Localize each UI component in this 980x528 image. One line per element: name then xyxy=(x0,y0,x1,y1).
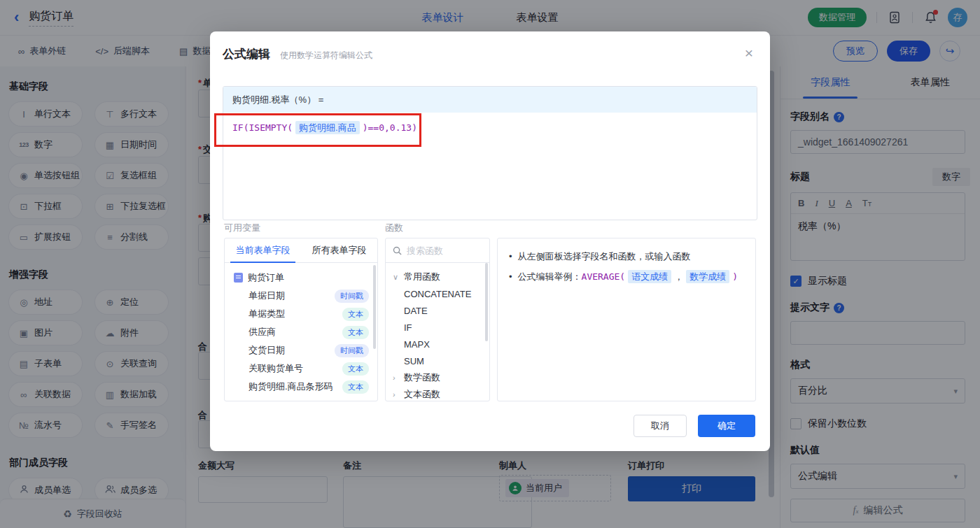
formula-suffix: )==0,0.13) xyxy=(363,122,417,133)
example-function: AVERAGE( xyxy=(582,271,626,282)
variable-item[interactable]: 交货日期时间戳 xyxy=(225,341,377,359)
function-group-text[interactable]: › 文本函数 xyxy=(386,386,489,401)
tab-all-form-fields[interactable]: 所有表单字段 xyxy=(301,238,377,262)
help-line-1: •从左侧面板选择字段名和函数，或输入函数 xyxy=(509,250,744,264)
chevron-open-icon: ∨ xyxy=(393,273,400,282)
function-item[interactable]: SUM xyxy=(386,352,489,369)
confirm-button[interactable]: 确定 xyxy=(698,415,755,437)
search-icon xyxy=(393,246,402,255)
variables-label: 可用变量 xyxy=(224,222,260,234)
variable-item[interactable]: 单据日期时间戳 xyxy=(225,287,377,305)
type-tag-text: 文本 xyxy=(342,362,369,376)
form-doc-icon xyxy=(234,273,243,283)
function-item[interactable]: MAPX xyxy=(386,336,489,352)
variable-item[interactable]: 购货明细.商品条形码文本 xyxy=(225,378,377,396)
example-token: 数学成绩 xyxy=(686,270,729,283)
formula-input[interactable]: IF(ISEMPTY(购货明细.商品)==0,0.13) xyxy=(223,113,757,143)
variable-item[interactable]: 供应商文本 xyxy=(225,323,377,341)
variable-item[interactable]: 单据类型文本 xyxy=(225,305,377,323)
function-group-math[interactable]: › 数学函数 xyxy=(386,369,489,386)
type-tag-text: 文本 xyxy=(342,380,369,394)
type-tag-timestamp: 时间戳 xyxy=(335,344,369,357)
type-tag-timestamp: 时间戳 xyxy=(335,290,369,303)
tab-current-form-fields[interactable]: 当前表单字段 xyxy=(225,238,301,262)
function-group-common[interactable]: ∨ 常用函数 xyxy=(386,269,489,285)
function-search[interactable] xyxy=(386,238,489,263)
modal-subtitle: 使用数学运算符编辑公式 xyxy=(280,50,372,62)
formula-prefix: IF(ISEMPTY( xyxy=(232,122,293,133)
formula-editor: 购货明细.税率（%） = IF(ISEMPTY(购货明细.商品)==0,0.13… xyxy=(223,86,757,220)
variable-item[interactable]: 关联购货单号文本 xyxy=(225,359,377,378)
help-panel: •从左侧面板选择字段名和函数，或输入函数 • 公式编辑举例：AVERAGE(语文… xyxy=(497,238,756,401)
function-search-input[interactable] xyxy=(407,245,477,256)
type-tag-text: 文本 xyxy=(342,308,369,321)
modal-title: 公式编辑 xyxy=(223,46,270,62)
scrollbar-thumb[interactable] xyxy=(373,265,376,349)
help-line-2: • 公式编辑举例：AVERAGE(语文成绩，数学成绩) xyxy=(509,270,744,284)
chevron-right-icon: › xyxy=(393,373,400,382)
chevron-right-icon: › xyxy=(393,390,400,399)
formula-editor-modal: 公式编辑 使用数学运算符编辑公式 × 购货明细.税率（%） = IF(ISEMP… xyxy=(210,31,770,451)
function-item[interactable]: IF xyxy=(386,319,489,336)
functions-label: 函数 xyxy=(385,222,403,234)
formula-target: 购货明细.税率（%） = xyxy=(223,87,757,113)
field-token[interactable]: 购货明细.商品 xyxy=(295,121,360,134)
function-item[interactable]: CONCATENATE xyxy=(386,285,489,302)
variable-root-form[interactable]: 购货订单 xyxy=(225,268,377,287)
function-item[interactable]: DATE xyxy=(386,302,489,319)
variables-panel: 当前表单字段 所有表单字段 购货订单 单据日期时间戳 单据类型文本 供应商文本 … xyxy=(224,238,378,401)
example-token: 语文成绩 xyxy=(628,270,671,283)
cancel-button[interactable]: 取消 xyxy=(634,415,687,437)
functions-panel: ∨ 常用函数 CONCATENATE DATE IF MAPX SUM › 数学… xyxy=(385,238,490,401)
close-icon[interactable]: × xyxy=(745,45,753,60)
type-tag-text: 文本 xyxy=(342,326,369,339)
scrollbar-thumb[interactable] xyxy=(485,263,488,341)
